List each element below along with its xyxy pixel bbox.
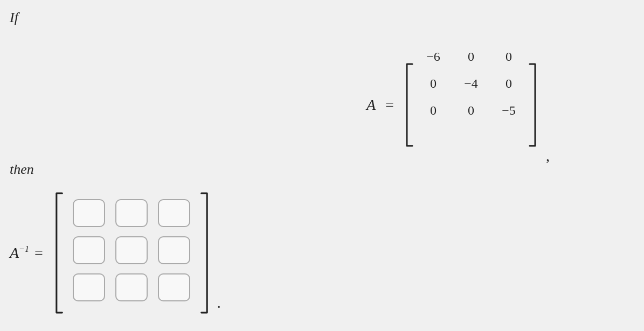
matrix-a-container: A = −6 0 0 0 −4 0 0 0 −5 [366, 43, 550, 167]
bracket-right-a [528, 43, 538, 167]
matrix-inv-superscript: −1 [19, 244, 29, 254]
bracket-left-inv [53, 191, 65, 315]
matrix-a-cell-10: 0 [420, 76, 447, 91]
page-content: If A = −6 0 0 0 −4 0 0 0 −5 [0, 0, 644, 331]
matrix-inv-letter: A [10, 244, 19, 262]
matrix-a-cell-02: 0 [495, 50, 522, 64]
input-10[interactable] [73, 236, 105, 264]
bracket-left-a [404, 43, 414, 167]
matrix-a-cell-21: 0 [458, 103, 484, 118]
input-21[interactable] [115, 273, 148, 301]
matrix-a-cell-12: 0 [495, 76, 522, 91]
matrix-inv-bracket-container [53, 191, 211, 315]
input-11[interactable] [115, 236, 148, 264]
input-00[interactable] [73, 199, 105, 227]
matrix-a-cell-11: −4 [458, 76, 484, 91]
matrix-a-cell-00: −6 [420, 50, 447, 64]
input-01[interactable] [115, 199, 148, 227]
matrix-a-cell-20: 0 [420, 103, 447, 118]
matrix-a-label: A [366, 96, 376, 114]
input-matrix-grid [65, 191, 199, 315]
bracket-right-inv [199, 191, 211, 315]
matrix-a-cell-01: 0 [458, 50, 484, 64]
equals-sign-a: = [385, 96, 394, 114]
equals-sign-inv: = [34, 244, 43, 262]
matrix-a-bracket-container: −6 0 0 0 −4 0 0 0 −5 [404, 43, 538, 167]
input-22[interactable] [158, 273, 190, 301]
matrix-inv-label: A−1 [10, 244, 29, 262]
input-02[interactable] [158, 199, 190, 227]
if-label: If [10, 10, 18, 26]
input-20[interactable] [73, 273, 105, 301]
comma-a: , [546, 147, 550, 165]
dot-inv: . [217, 294, 221, 312]
matrix-inv-container: A−1 = . [10, 191, 221, 315]
matrix-a-cell-22: −5 [495, 103, 522, 118]
input-12[interactable] [158, 236, 190, 264]
then-label: then [10, 161, 34, 178]
matrix-a-grid: −6 0 0 0 −4 0 0 0 −5 [414, 43, 528, 167]
